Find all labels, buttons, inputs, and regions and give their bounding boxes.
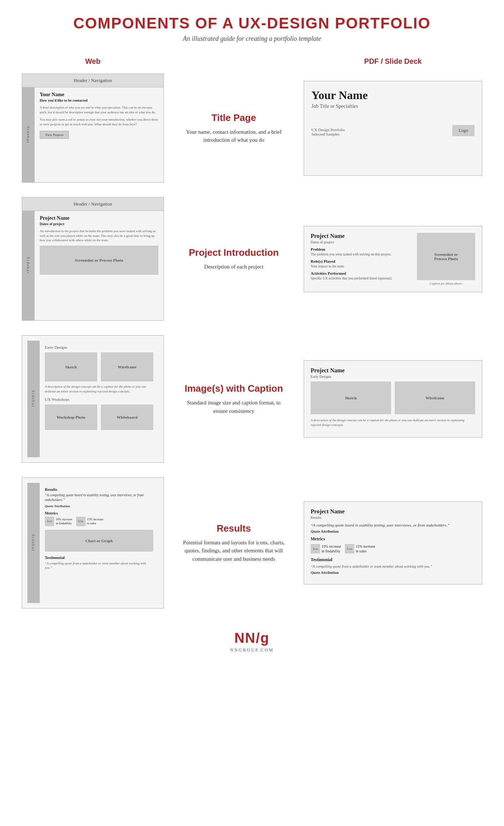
pdf-testimonial-attr: Quote Attribution [311,571,475,575]
pdf-early-designs-3: Early Designs [311,375,475,379]
pdf-quote: “A compelling quote heard in usability t… [311,522,475,528]
pdf-your-name: Your Name [311,89,475,102]
web-mockup-section3: Sidebar Early Designs Sketch Wireframe A… [22,335,164,463]
pdf-wireframe-placeholder: Wireframe [395,381,475,414]
section4-center-label: Results [182,523,286,534]
web-metric2-text: 15% increase in sales [87,517,104,525]
pdf-metric2: Icon 15% increase in sales [345,544,375,553]
footer-g: g [260,630,269,646]
web-metric2-icon: Icon [76,517,86,526]
pdf-photo-caption: Caption for photo above. [417,282,475,285]
pdf-problem-text: The problem you were tasked with solving… [311,252,412,257]
web-sketch-placeholder: Sketch [45,352,97,381]
web-results-label: Results [45,487,153,492]
web-metric2: Icon 15% increase in sales [76,517,104,526]
pdf-proj-name-2: Project Name [311,233,412,239]
web-header-nav-2: Header / Navigation [22,197,164,211]
web-metric1: Icon 10% increase in findability [45,517,72,526]
pdf-sketch-placeholder: Sketch [311,381,391,414]
web-col-header: Web [22,57,164,66]
web-workshops-label: UX Workshops [45,397,153,402]
pdf-activities-text: Specific UX activities that you performe… [311,276,412,281]
web-header-nav-1: Header / Navigation [22,74,164,87]
section3-center-desc: Image(s) with Caption Standard image siz… [175,383,293,415]
pdf-mockup-section4: Project Name Results “A compelling quote… [304,501,482,584]
web-quote: “A compelling quote heard in usability t… [45,493,153,503]
web-whiteboard-placeholder: Whiteboard [101,404,153,430]
pdf-mockup-section3: Project Name Early Designs Sketch Wirefr… [304,360,482,438]
page-subtitle: An illustrated guide for creating a port… [22,35,482,43]
pdf-role-text: Your impact to the team. [311,264,412,269]
web-sidebar-2: Sidebar [22,211,35,320]
web-contact-label: How you'd like to be contacted [40,98,158,102]
web-sidebar-4: Sidebar [27,483,40,603]
web-wireframe-placeholder: Wireframe [101,352,153,381]
section1-center-text: Your name, contact information, and a br… [182,128,286,144]
web-img-caption: A description of the design concept can … [45,384,153,394]
section3-center-text: Standard image size and caption format, … [182,399,286,415]
footer: NN/g NNGROUP.COM [22,623,482,653]
pdf-metrics-label: Metrics [311,536,475,542]
pdf-mockup-section2: Project Name Dates of project Problem Th… [304,226,482,292]
pdf-mockup-section1: Your Name Job Title or Specialties UX De… [304,81,482,176]
pdf-proj-name-4: Project Name [311,508,475,515]
pdf-screenshot-placeholder: Screenshot or Process Photo [417,233,475,280]
pdf-testimonial-text: “A compelling quote from a stakeholder o… [311,564,475,569]
pdf-metric2-icon: Icon [345,544,354,553]
section2-center-text: Description of each project [189,263,279,271]
web-intro-text1: A brief description of who you are and i… [40,105,158,114]
footer-logo: NN/g [22,630,482,646]
view-projects-button[interactable]: View Projects [40,131,69,139]
pdf-metric1-icon: Icon [311,544,320,553]
web-chart-placeholder: Chart or Graph [45,530,153,552]
pdf-quote-attr: Quote Attribution [311,529,475,533]
web-dates-2: Dates of project [40,222,158,226]
pdf-portfolio-info: UX Design Portfolio Selected Samples [311,128,345,136]
web-mockup-section2: Header / Navigation Sidebar Project Name… [22,197,164,321]
pdf-job-title: Job Title or Specialties [311,103,475,109]
section3-center-label: Image(s) with Caption [182,383,286,394]
pdf-col-header: PDF / Slide Deck [304,57,482,66]
pdf-problem-label: Problem [311,247,412,251]
web-mockup-section4: Sidebar Results “A compelling quote hear… [22,477,164,608]
section2-center-label: Project Introduction [189,247,279,258]
pdf-role-label: Role(s) Played [311,259,412,263]
web-quote-attr: Quote Attribution [45,504,153,508]
pdf-metric2-text: 15% increase in sales [356,544,375,553]
footer-nn: NN [235,630,256,646]
web-testimonial-label: Testimonial [45,555,153,560]
pdf-proj-name-3: Project Name [311,367,475,374]
section2-center-desc: Project Introduction Description of each… [175,247,293,271]
web-sidebar-3: Sidebar [27,341,40,457]
web-sidebar-1: Sidebar [22,87,35,182]
web-project-name-2: Project Name [40,215,158,221]
web-intro-text2: You may also want a call to action to cl… [40,117,158,126]
web-mockup-section1: Header / Navigation Sidebar Your Name Ho… [22,74,164,183]
pdf-logo-box: Logo [452,125,475,136]
section1-center-desc: Title Page Your name, contact informatio… [175,112,293,144]
pdf-img-caption: A description of the design concept can … [311,418,475,427]
pdf-results-label: Results [311,516,475,520]
section4-center-desc: Results Potential formats and layouts fo… [175,523,293,563]
pdf-metric1: Icon 10% increase in findability [311,544,341,553]
web-metrics-label: Metrics [45,511,153,515]
web-your-name: Your Name [40,92,158,98]
web-testimonial-text: “A compelling quote from a stakeholder o… [45,561,153,570]
web-metric1-icon: Icon [45,517,54,526]
web-workshop-photo-placeholder: Workshop Photo [45,404,97,430]
web-early-designs-label: Early Designs [45,345,153,349]
page-title: COMPONENTS OF A UX-DESIGN PORTFOLIO [22,15,482,32]
footer-slash: / [256,630,261,646]
section4-center-text: Potential formats and layouts for icons,… [182,539,286,563]
pdf-testimonial-label: Testimonial [311,557,475,563]
web-project-intro: An introduction to the project that incl… [40,229,158,243]
web-metric1-text: 10% increase in findability [56,517,72,525]
section1-center-label: Title Page [182,112,286,124]
web-screenshot-placeholder: Screenshot or Process Photo [40,246,158,275]
pdf-activities-label: Activities Performed [311,271,412,275]
footer-url: NNGROUP.COM [22,647,482,653]
pdf-proj-dates-2: Dates of project [311,240,412,244]
pdf-metric1-text: 10% increase in findability [322,544,341,553]
